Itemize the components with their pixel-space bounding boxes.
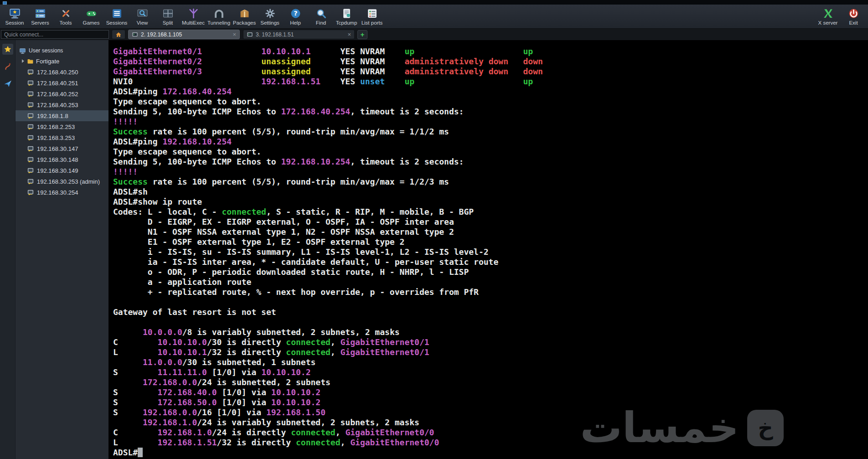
sidebar-rail — [0, 40, 16, 459]
sidebar-folder-fortigate[interactable]: Fortigate — [16, 56, 108, 67]
ssh-session-icon — [27, 124, 34, 130]
sidebar-rail-star-icon[interactable] — [2, 44, 13, 55]
session-item-192-168-30-149[interactable]: 192.168.30.149 — [16, 165, 108, 176]
terminal-line: S 172.168.40.0 [1/0] via 10.10.10.2 — [113, 387, 868, 397]
session-item-192-168-30-148[interactable]: 192.168.30.148 — [16, 154, 108, 165]
session-item-192-168-3-253[interactable]: 192.168.3.253 — [16, 132, 108, 143]
star-icon — [4, 45, 12, 53]
multiexec-icon — [188, 8, 199, 19]
terminal-line: S 172.168.50.0 [1/0] via 10.10.10.2 — [113, 397, 868, 407]
session-label: 192.168.30.149 — [37, 167, 78, 174]
terminal-line: ADSL#ping 172.168.40.254 — [113, 87, 868, 97]
tunneling-icon — [213, 8, 225, 19]
app-icon — [3, 1, 7, 5]
terminal-line: a - application route — [113, 277, 868, 287]
sidebar: User sessions Fortigate 172.168.40.25017… — [0, 40, 109, 459]
tab-bar: 2. 192.168.1.105×3. 192.168.1.51× + — [0, 29, 868, 40]
toolbar-button-tunneling[interactable]: Tunneling — [206, 5, 232, 28]
toolbar-label: View — [137, 20, 148, 26]
terminal-line: 172.168.0.0/24 is subnetted, 2 subnets — [113, 377, 868, 387]
terminal-line: D - EIGRP, EX - EIGRP external, O - OSPF… — [113, 217, 868, 227]
session-item-172-168-40-252[interactable]: 172.168.40.252 — [16, 88, 108, 99]
expander-icon — [22, 59, 24, 63]
terminal-line: 10.0.0.0/8 is variably subnetted, 2 subn… — [113, 327, 868, 337]
session-item-192-168-2-253[interactable]: 192.168.2.253 — [16, 121, 108, 132]
toolbar-button-settings[interactable]: Settings — [257, 5, 283, 28]
xserver-icon — [822, 8, 834, 19]
toolbar-button-find[interactable]: Find — [308, 5, 334, 28]
find-icon — [315, 8, 327, 19]
session-item-172-168-40-253[interactable]: 172.168.40.253 — [16, 99, 108, 110]
main-toolbar: SessionServersToolsGamesSessionsViewSpli… — [0, 5, 868, 29]
session-label: 172.168.40.253 — [37, 102, 78, 108]
toolbar-button-multiexec[interactable]: MultiExec — [181, 5, 206, 28]
sidebar-root-user-sessions[interactable]: User sessions — [16, 46, 108, 56]
toolbar-button-tcpdump[interactable]: Tcpdump — [334, 5, 359, 28]
sessions-tree: User sessions Fortigate 172.168.40.25017… — [16, 40, 108, 459]
new-tab-button[interactable]: + — [357, 30, 367, 39]
toolbar-button-sessions[interactable]: Sessions — [104, 5, 129, 28]
toolbar-label: Help — [290, 20, 301, 26]
terminal-line: S 192.168.0.0/16 [1/0] via 192.168.1.50 — [113, 407, 868, 418]
session-list: 172.168.40.250172.168.40.251172.168.40.2… — [16, 67, 108, 198]
close-tab-icon[interactable]: × — [231, 31, 236, 38]
sidebar-rail-plane-icon[interactable] — [2, 78, 13, 89]
toolbar-button-help[interactable]: ?Help — [283, 5, 308, 28]
terminal-line: !!!!! — [113, 167, 868, 177]
terminal-line: NVI0 192.168.1.51 YES unset up up — [113, 77, 868, 87]
toolbar-button-session[interactable]: Session — [2, 5, 27, 28]
tab-2-192-168-1-105[interactable]: 2. 192.168.1.105× — [128, 30, 240, 39]
quick-connect-input[interactable] — [1, 30, 109, 39]
session-item-192-168-1-8[interactable]: 192.168.1.8 — [16, 110, 108, 121]
terminal-line: L 192.168.1.51/32 is directly connected,… — [113, 438, 868, 448]
terminal-line: o - ODR, P - periodic downloaded static … — [113, 267, 868, 277]
terminal-line: ADSL#ping 192.168.10.254 — [113, 137, 868, 147]
sidebar-rail-macros-icon[interactable] — [2, 61, 13, 72]
toolbar-label: Split — [163, 20, 173, 26]
toolbar-label: MultiExec — [182, 20, 205, 26]
toolbar-button-exit[interactable]: Exit — [841, 5, 866, 28]
session-item-192-168-30-254[interactable]: 192.168.30.254 — [16, 187, 108, 198]
session-item-172-168-40-251[interactable]: 172.168.40.251 — [16, 77, 108, 88]
sessions-icon — [111, 8, 123, 19]
toolbar-label: Session — [5, 20, 24, 26]
session-item-192-168-30-147[interactable]: 192.168.30.147 — [16, 143, 108, 154]
terminal-line: i - IS-IS, su - IS-IS summary, L1 - IS-I… — [113, 247, 868, 257]
terminal-line: 192.168.1.0/24 is variably subnetted, 2 … — [113, 418, 868, 428]
ssh-session-icon — [27, 178, 34, 185]
toolbar-button-tools[interactable]: Tools — [53, 5, 78, 28]
toolbar-button-view[interactable]: View — [129, 5, 155, 28]
tab-label: 3. 192.168.1.51 — [256, 31, 343, 38]
toolbar-left-group: SessionServersToolsGamesSessionsViewSpli… — [2, 5, 385, 28]
terminal-line: C 192.168.1.0/24 is directly connected, … — [113, 428, 868, 438]
session-item-192-168-30-253-admin[interactable]: 192.168.30.253 (admin) — [16, 176, 108, 187]
session-item-172-168-40-250[interactable]: 172.168.40.250 — [16, 67, 108, 77]
toolbar-button-packages[interactable]: Packages — [232, 5, 257, 28]
ssh-session-icon — [27, 167, 34, 174]
terminal-output[interactable]: GigabitEthernet0/1 10.10.10.1 YES NVRAM … — [109, 40, 868, 459]
toolbar-button-split[interactable]: Split — [155, 5, 181, 28]
toolbar-button-list-ports[interactable]: List ports — [359, 5, 385, 28]
terminal-line: L 10.10.10.1/32 is directly connected, G… — [113, 347, 868, 357]
settings-icon — [264, 8, 276, 19]
session-label: 192.168.3.253 — [37, 134, 75, 141]
terminal-line: Type escape sequence to abort. — [113, 147, 868, 157]
terminal-line: GigabitEthernet0/1 10.10.10.1 YES NVRAM … — [113, 46, 868, 57]
terminal-line: !!!!! — [113, 117, 868, 127]
ssh-session-icon — [27, 80, 34, 86]
session-label: 172.168.40.252 — [37, 91, 78, 98]
toolbar-label: Exit — [849, 20, 858, 26]
terminal-line: ADSL# — [113, 448, 868, 458]
plane-icon — [4, 80, 12, 88]
tab-3-192-168-1-51[interactable]: 3. 192.168.1.51× — [243, 30, 355, 39]
toolbar-button-games[interactable]: Games — [78, 5, 104, 28]
toolbar-button-servers[interactable]: Servers — [27, 5, 53, 28]
terminal-tab-icon — [132, 31, 138, 38]
session-label: 172.168.40.251 — [37, 80, 78, 87]
content-area: User sessions Fortigate 172.168.40.25017… — [0, 40, 868, 459]
close-tab-icon[interactable]: × — [346, 31, 351, 38]
toolbar-button-x-server[interactable]: X server — [815, 5, 841, 28]
terminal-line: Codes: L - local, C - connected, S - sta… — [113, 207, 868, 217]
ssh-session-icon — [27, 189, 34, 196]
tab-home[interactable] — [112, 30, 125, 39]
